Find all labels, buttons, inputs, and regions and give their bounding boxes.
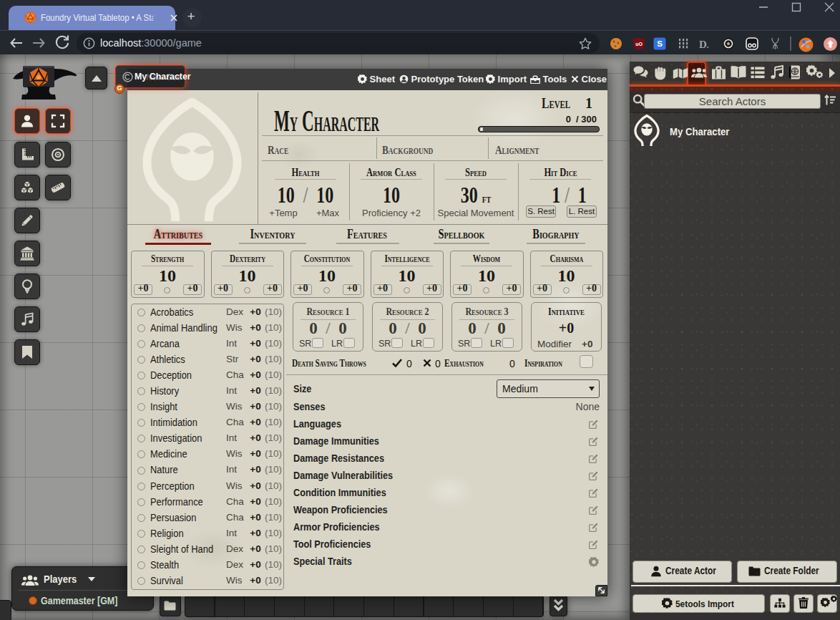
svg-text:S: S (657, 39, 663, 48)
svg-text:uO: uO (635, 42, 643, 47)
